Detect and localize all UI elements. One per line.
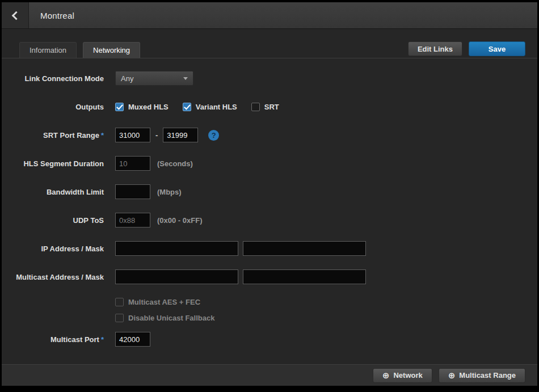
- checkbox-multicast-aes-fec[interactable]: Multicast AES + FEC: [115, 298, 200, 306]
- srt-port-range-row: SRT Port Range* -: [2, 128, 537, 142]
- add-multicast-range-label: Multicast Range: [459, 371, 516, 380]
- multicast-port-input[interactable]: [115, 332, 150, 347]
- checkbox-muxed-hls[interactable]: Muxed HLS: [115, 103, 169, 111]
- link-connection-mode-select[interactable]: Any: [115, 71, 193, 86]
- tabs: Information Networking: [19, 42, 146, 58]
- outputs-row: Outputs Muxed HLS Variant HLS SRT: [2, 102, 537, 112]
- checkbox-disable-unicast-fallback[interactable]: Disable Unicast Fallback: [115, 314, 214, 322]
- edit-links-button[interactable]: Edit Links: [408, 41, 462, 56]
- help-icon[interactable]: [208, 130, 219, 141]
- page-title: Montreal: [40, 11, 74, 20]
- srt-port-from-input[interactable]: [115, 128, 150, 142]
- plus-circle-icon: [382, 371, 390, 380]
- ip-address-input[interactable]: [115, 241, 238, 256]
- checkbox-icon: [183, 103, 191, 111]
- plus-circle-icon: [448, 371, 456, 380]
- hls-segment-duration-input[interactable]: [115, 156, 150, 171]
- udp-tos-label: UDP ToS: [2, 216, 104, 225]
- chevron-down-icon: [183, 77, 188, 80]
- checkbox-srt[interactable]: SRT: [251, 103, 279, 111]
- seconds-unit-label: (Seconds): [157, 159, 193, 168]
- label-text: SRT Port Range: [43, 131, 99, 140]
- required-marker: *: [101, 131, 104, 140]
- label-text: Multicast Port: [50, 335, 99, 344]
- checkbox-icon: [115, 103, 124, 111]
- checkbox-variant-hls[interactable]: Variant HLS: [183, 103, 237, 111]
- multicast-aes-fec-row: Multicast AES + FEC: [2, 297, 537, 307]
- bandwidth-limit-input[interactable]: [115, 184, 150, 199]
- required-marker: *: [101, 335, 104, 344]
- mbps-unit-label: (Mbps): [157, 188, 182, 196]
- multicast-port-label: Multicast Port*: [2, 335, 104, 344]
- back-button[interactable]: [2, 2, 29, 28]
- tab-networking[interactable]: Networking: [83, 42, 140, 58]
- ip-address-mask-label: IP Address / Mask: [2, 245, 104, 253]
- bandwidth-limit-label: Bandwidth Limit: [2, 188, 104, 196]
- multicast-address-mask-row: Multicast Address / Mask: [2, 269, 537, 284]
- select-value: Any: [121, 74, 133, 83]
- bandwidth-limit-row: Bandwidth Limit (Mbps): [2, 184, 537, 199]
- multicast-address-input[interactable]: [115, 269, 238, 284]
- footer-bar: Network Multicast Range: [2, 364, 537, 386]
- networking-form: Link Connection Mode Any Outputs Muxed H…: [2, 58, 537, 347]
- save-button[interactable]: Save: [469, 41, 525, 56]
- ip-mask-input[interactable]: [243, 241, 366, 256]
- chevron-left-icon: [12, 11, 21, 20]
- multicast-port-row: Multicast Port*: [2, 332, 537, 347]
- add-multicast-range-button[interactable]: Multicast Range: [439, 368, 525, 383]
- checkbox-label: Variant HLS: [196, 103, 237, 111]
- tab-information[interactable]: Information: [19, 42, 77, 58]
- app-window: Montreal Information Networking Edit Lin…: [2, 2, 537, 386]
- hls-segment-duration-row: HLS Segment Duration (Seconds): [2, 156, 537, 171]
- checkbox-icon: [251, 103, 260, 111]
- range-separator: -: [155, 131, 158, 140]
- link-connection-mode-label: Link Connection Mode: [2, 74, 104, 83]
- outputs-label: Outputs: [2, 103, 104, 111]
- link-connection-mode-row: Link Connection Mode Any: [2, 71, 537, 86]
- checkbox-icon: [115, 298, 124, 306]
- tabs-row: Information Networking Edit Links Save: [2, 41, 537, 58]
- udp-tos-input[interactable]: [115, 213, 150, 227]
- udp-tos-hint: (0x00 - 0xFF): [157, 216, 202, 225]
- checkbox-label: Disable Unicast Fallback: [128, 314, 214, 322]
- header-bar: Montreal: [2, 2, 537, 29]
- checkbox-icon: [115, 314, 124, 322]
- top-actions: Edit Links Save: [408, 41, 525, 56]
- multicast-mask-input[interactable]: [243, 269, 366, 284]
- udp-tos-row: UDP ToS (0x00 - 0xFF): [2, 213, 537, 227]
- srt-port-to-input[interactable]: [163, 128, 198, 142]
- srt-port-range-label: SRT Port Range*: [2, 131, 104, 140]
- disable-unicast-fallback-row: Disable Unicast Fallback: [2, 313, 537, 323]
- hls-segment-duration-label: HLS Segment Duration: [2, 159, 104, 168]
- add-network-button[interactable]: Network: [373, 368, 432, 383]
- checkbox-label: Muxed HLS: [128, 103, 169, 111]
- multicast-address-mask-label: Multicast Address / Mask: [2, 273, 104, 281]
- checkbox-label: Multicast AES + FEC: [128, 298, 200, 306]
- checkbox-label: SRT: [264, 103, 279, 111]
- ip-address-mask-row: IP Address / Mask: [2, 241, 537, 256]
- add-network-label: Network: [393, 371, 422, 380]
